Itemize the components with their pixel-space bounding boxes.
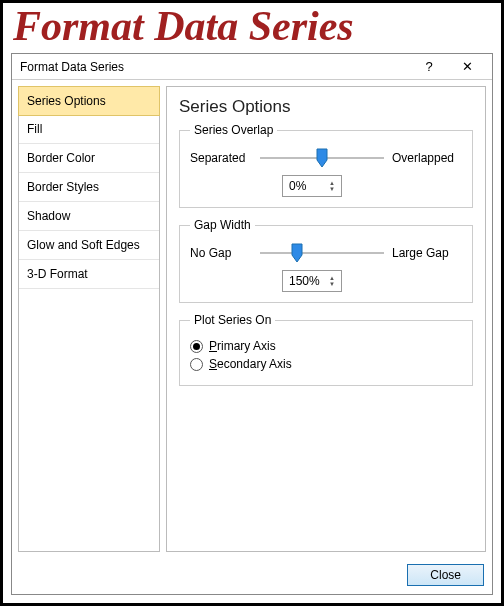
series-overlap-group: Series Overlap Separated Overlapped 0% bbox=[179, 123, 473, 208]
overlap-label-overlapped: Overlapped bbox=[392, 151, 462, 165]
radio-label-secondary: Secondary Axis bbox=[209, 357, 292, 371]
slider-track-line bbox=[260, 252, 384, 254]
dialog-footer: Close bbox=[12, 558, 492, 594]
panel-heading: Series Options bbox=[179, 97, 473, 117]
slider-thumb-icon[interactable] bbox=[290, 243, 304, 263]
gap-width-slider-row: No Gap Large Gap bbox=[190, 244, 462, 262]
close-window-button[interactable]: ✕ bbox=[448, 55, 486, 79]
sidebar-item-shadow[interactable]: Shadow bbox=[19, 202, 159, 231]
sidebar-item-border-styles[interactable]: Border Styles bbox=[19, 173, 159, 202]
series-overlap-slider-row: Separated Overlapped bbox=[190, 149, 462, 167]
close-button[interactable]: Close bbox=[407, 564, 484, 586]
dialog-title: Format Data Series bbox=[20, 60, 410, 74]
sidebar-item-3d-format[interactable]: 3-D Format bbox=[19, 260, 159, 289]
sidebar-item-border-color[interactable]: Border Color bbox=[19, 144, 159, 173]
radio-secondary-axis[interactable]: Secondary Axis bbox=[190, 357, 462, 371]
radio-primary-axis[interactable]: Primary Axis bbox=[190, 339, 462, 353]
category-sidebar: Series Options Fill Border Color Border … bbox=[18, 86, 160, 552]
plot-series-on-group: Plot Series On Primary Axis Secondary Ax… bbox=[179, 313, 473, 386]
gap-width-value[interactable]: 150% ▲▼ bbox=[282, 270, 342, 292]
radio-checked-icon bbox=[193, 343, 200, 350]
series-overlap-legend: Series Overlap bbox=[190, 123, 277, 137]
overlap-value-text: 0% bbox=[289, 179, 306, 193]
dialog-body: Series Options Fill Border Color Border … bbox=[12, 80, 492, 558]
spinner-icon[interactable]: ▲▼ bbox=[329, 181, 335, 192]
format-data-series-dialog: Format Data Series ? ✕ Series Options Fi… bbox=[11, 53, 493, 595]
gap-label-large-gap: Large Gap bbox=[392, 246, 462, 260]
gap-width-group: Gap Width No Gap Large Gap 150% bbox=[179, 218, 473, 303]
series-overlap-value[interactable]: 0% ▲▼ bbox=[282, 175, 342, 197]
outer-frame: Format Data Series Format Data Series ? … bbox=[0, 0, 504, 606]
radio-label-primary: Primary Axis bbox=[209, 339, 276, 353]
series-overlap-slider[interactable] bbox=[260, 149, 384, 167]
plot-series-on-legend: Plot Series On bbox=[190, 313, 275, 327]
gap-width-slider[interactable] bbox=[260, 244, 384, 262]
dialog-titlebar: Format Data Series ? ✕ bbox=[12, 54, 492, 80]
gap-label-no-gap: No Gap bbox=[190, 246, 252, 260]
slider-thumb-icon[interactable] bbox=[315, 148, 329, 168]
page-heading: Format Data Series bbox=[3, 3, 501, 49]
options-panel: Series Options Series Overlap Separated … bbox=[166, 86, 486, 552]
radio-icon bbox=[190, 340, 203, 353]
sidebar-item-glow-soft-edges[interactable]: Glow and Soft Edges bbox=[19, 231, 159, 260]
radio-icon bbox=[190, 358, 203, 371]
sidebar-item-series-options[interactable]: Series Options bbox=[18, 86, 160, 116]
gap-value-text: 150% bbox=[289, 274, 320, 288]
gap-width-legend: Gap Width bbox=[190, 218, 255, 232]
sidebar-item-fill[interactable]: Fill bbox=[19, 115, 159, 144]
spinner-icon[interactable]: ▲▼ bbox=[329, 276, 335, 287]
overlap-label-separated: Separated bbox=[190, 151, 252, 165]
help-button[interactable]: ? bbox=[410, 55, 448, 79]
